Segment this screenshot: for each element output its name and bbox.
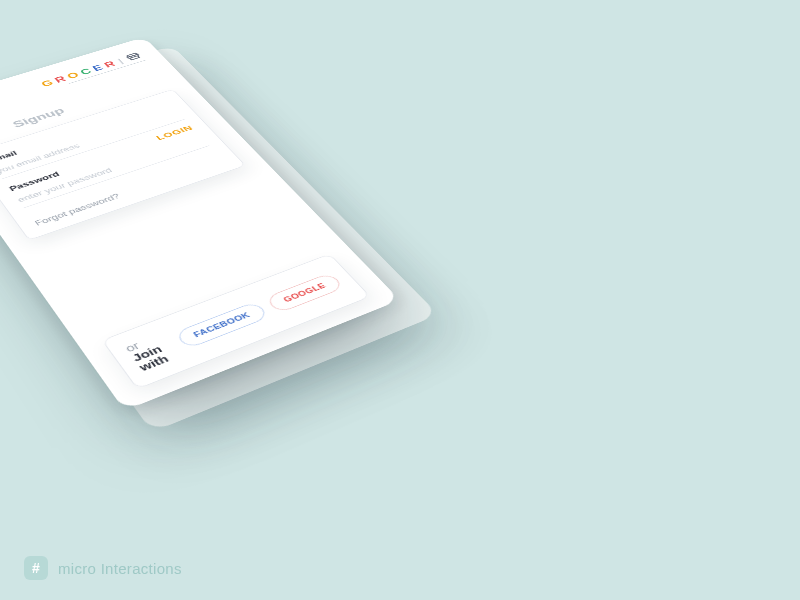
logo-letter: E: [91, 64, 106, 73]
hash-icon: #: [24, 556, 48, 580]
join-with-label: or Join with: [123, 330, 182, 373]
login-card: Email LOGIN Password Forgot password?: [0, 89, 246, 240]
footer-tagline: # micro Interactions: [24, 556, 182, 580]
logo-letter: G: [40, 79, 56, 89]
logo-letter: R: [53, 75, 68, 85]
tagline-text: micro Interactions: [58, 560, 182, 577]
facebook-button[interactable]: FACEBOOK: [174, 301, 269, 349]
social-buttons: FACEBOOK GOOGLE: [174, 272, 345, 349]
google-button[interactable]: GOOGLE: [264, 272, 344, 313]
